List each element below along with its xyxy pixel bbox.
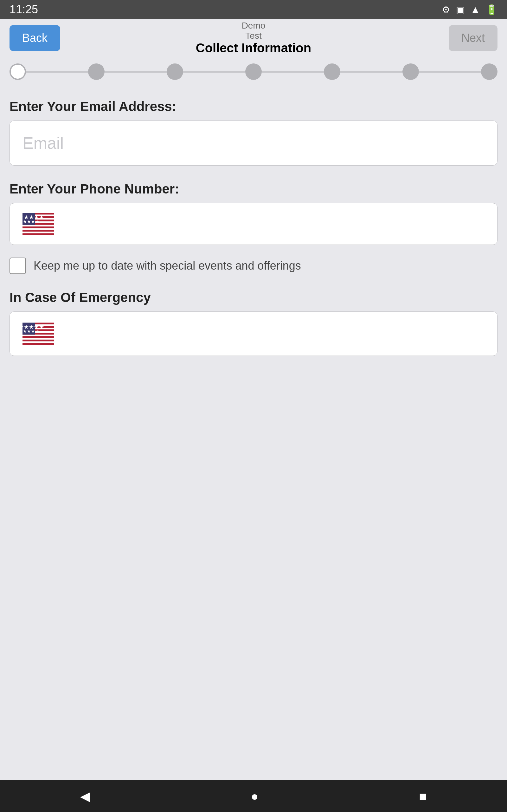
nav-back-button[interactable]: ◀ bbox=[74, 782, 96, 810]
svg-rect-28 bbox=[22, 343, 54, 345]
svg-text:★★★★★: ★★★★★ bbox=[22, 329, 39, 334]
nav-home-button[interactable]: ● bbox=[244, 783, 265, 810]
progress-line-0 bbox=[26, 71, 88, 72]
progress-dot-6 bbox=[481, 63, 498, 80]
bottom-nav: ◀ ● ■ bbox=[0, 780, 507, 812]
progress-dot-0 bbox=[9, 63, 26, 80]
main-content: Enter Your Email Address: Enter Your Pho… bbox=[0, 86, 507, 780]
svg-rect-8 bbox=[22, 226, 54, 228]
battery-icon: 🔋 bbox=[486, 4, 498, 15]
sim-icon: ▣ bbox=[456, 4, 465, 15]
progress-dot-1 bbox=[88, 63, 105, 80]
progress-dot-2 bbox=[167, 63, 183, 80]
svg-rect-10 bbox=[22, 230, 54, 232]
nav-subtitle: Demo Test bbox=[196, 20, 311, 41]
svg-rect-11 bbox=[22, 232, 54, 233]
progress-dot-4 bbox=[324, 63, 340, 80]
nav-center: Demo Test Collect Information bbox=[196, 20, 311, 55]
progress-line-3 bbox=[262, 71, 324, 72]
email-label: Enter Your Email Address: bbox=[9, 99, 498, 114]
svg-rect-26 bbox=[22, 340, 54, 341]
progress-line-1 bbox=[105, 71, 167, 72]
next-button[interactable]: Next bbox=[449, 25, 498, 51]
email-input[interactable] bbox=[9, 120, 498, 165]
emergency-phone-input[interactable]: ★★★★★★ ★★★★★ bbox=[9, 311, 498, 356]
us-flag-emergency: ★★★★★★ ★★★★★ bbox=[22, 322, 54, 345]
wifi-icon: ▲ bbox=[470, 4, 480, 15]
phone-label: Enter Your Phone Number: bbox=[9, 182, 498, 197]
svg-rect-24 bbox=[22, 336, 54, 338]
svg-rect-23 bbox=[22, 335, 54, 336]
nav-recents-button[interactable]: ■ bbox=[412, 783, 433, 810]
status-icons: ⚙ ▣ ▲ 🔋 bbox=[442, 4, 498, 15]
progress-line-4 bbox=[340, 71, 402, 72]
svg-rect-9 bbox=[22, 228, 54, 230]
svg-rect-7 bbox=[22, 225, 54, 226]
settings-icon: ⚙ bbox=[442, 4, 450, 15]
back-button[interactable]: Back bbox=[9, 25, 60, 51]
svg-rect-27 bbox=[22, 341, 54, 343]
progress-dot-5 bbox=[402, 63, 419, 80]
phone-input[interactable]: ★★★★★★ ★★★★★ bbox=[9, 203, 498, 245]
newsletter-checkbox[interactable] bbox=[9, 258, 26, 274]
svg-rect-25 bbox=[22, 338, 54, 339]
status-time: 11:25 bbox=[9, 3, 38, 16]
us-flag-phone: ★★★★★★ ★★★★★ bbox=[22, 213, 54, 235]
emergency-label: In Case Of Emergency bbox=[9, 290, 498, 305]
progress-line-2 bbox=[183, 71, 245, 72]
progress-dot-3 bbox=[245, 63, 262, 80]
progress-line-5 bbox=[419, 71, 481, 72]
nav-title: Collect Information bbox=[196, 41, 311, 55]
checkbox-row: Keep me up to date with special events a… bbox=[9, 258, 498, 274]
nav-bar: Back Demo Test Collect Information Next bbox=[0, 19, 507, 57]
checkbox-label: Keep me up to date with special events a… bbox=[34, 259, 301, 272]
status-bar: 11:25 ⚙ ▣ ▲ 🔋 bbox=[0, 0, 507, 19]
progress-bar bbox=[0, 57, 507, 86]
svg-text:★★★★★: ★★★★★ bbox=[22, 219, 39, 224]
svg-rect-12 bbox=[22, 234, 54, 235]
